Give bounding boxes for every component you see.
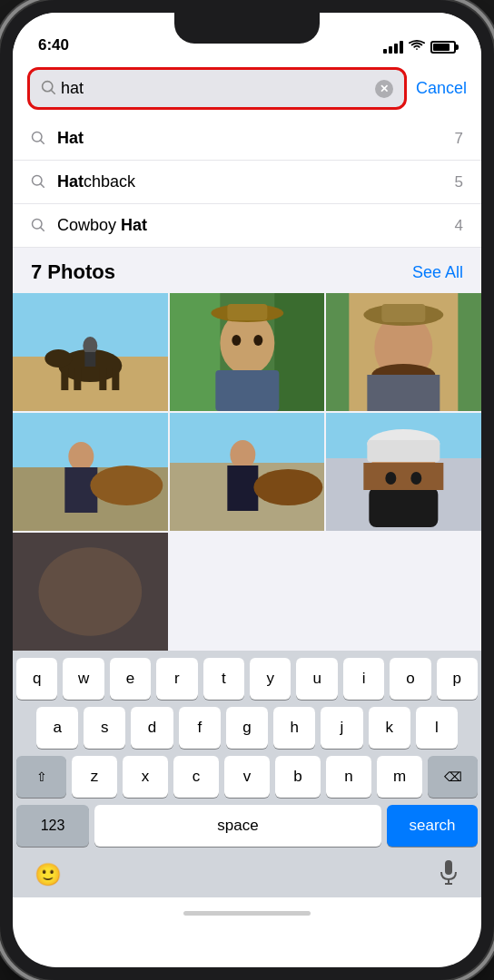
keyboard-row-3: ⇧ z x c v b n m ⌫ [16,756,478,798]
key-m[interactable]: m [377,756,422,798]
photo-cell-3[interactable] [326,293,481,411]
svg-point-36 [68,442,94,471]
photo-7-svg [13,533,168,651]
search-input-wrapper[interactable]: hat ✕ [27,67,407,110]
svg-rect-17 [84,352,95,367]
photos-header: 7 Photos See All [13,248,481,293]
svg-rect-42 [227,466,258,511]
svg-point-24 [232,335,241,346]
key-c[interactable]: c [173,756,219,798]
key-d[interactable]: d [131,707,173,749]
key-a[interactable]: a [36,707,78,749]
photo-5-svg [170,413,325,531]
key-p[interactable]: p [437,658,478,700]
key-search[interactable]: search [387,805,478,847]
key-k[interactable]: k [369,707,410,749]
search-input[interactable]: hat [61,79,375,98]
key-x[interactable]: x [123,756,168,798]
microphone-key[interactable] [438,859,459,890]
key-g[interactable]: g [226,707,268,749]
svg-point-32 [372,364,436,386]
svg-point-52 [411,472,422,485]
suggestion-search-icon-3 [31,218,44,234]
suggestion-hat[interactable]: Hat 7 [13,117,481,161]
photo-6-svg [326,413,481,531]
suggestion-search-icon-2 [31,174,44,191]
photo-cell-4[interactable] [13,413,168,531]
svg-point-21 [220,311,274,375]
key-y[interactable]: y [250,658,291,700]
battery-icon [430,41,456,54]
key-v[interactable]: v [224,756,270,798]
svg-rect-27 [326,293,481,411]
svg-rect-20 [274,293,324,411]
svg-point-43 [253,469,322,505]
photo-4-svg [13,413,168,531]
photo-cell-2[interactable] [170,293,325,411]
key-h[interactable]: h [273,707,315,749]
emoji-key[interactable]: 🙂 [35,862,62,887]
keyboard-extras: 🙂 [16,854,478,894]
svg-rect-50 [364,463,444,490]
clear-button[interactable]: ✕ [375,80,393,98]
suggestion-cowboy-hat-text: Cowboy Hat [57,216,455,235]
photo-2-svg [170,293,325,411]
photo-cell-5[interactable] [170,413,325,531]
svg-rect-28 [350,293,459,411]
photo-cell-7[interactable] [13,533,168,651]
photos-section: 7 Photos See All [13,248,481,651]
key-u[interactable]: u [296,658,337,700]
status-time: 6:40 [38,36,69,54]
svg-point-41 [230,440,255,469]
suggestions-list: Hat 7 Hatchback 5 [13,117,481,248]
photo-cell-6[interactable] [326,413,481,531]
suggestion-cowboy-hat[interactable]: Cowboy Hat 4 [13,204,481,248]
search-icon [41,80,55,98]
svg-line-1 [51,90,54,93]
keyboard: q w e r t y u i o p a s d f g h j k [13,651,481,897]
svg-line-5 [41,183,44,187]
svg-point-47 [368,429,440,458]
key-numbers[interactable]: 123 [16,805,89,847]
key-t[interactable]: t [203,658,244,700]
key-w[interactable]: w [63,658,104,700]
svg-rect-9 [13,357,168,411]
svg-rect-37 [64,467,97,513]
svg-point-25 [253,335,262,346]
key-q[interactable]: q [16,658,57,700]
svg-rect-45 [326,458,481,531]
see-all-button[interactable]: See All [412,263,463,282]
key-l[interactable]: l [416,707,458,749]
cancel-button[interactable]: Cancel [416,79,467,98]
key-j[interactable]: j [321,707,362,749]
svg-point-15 [44,349,72,368]
key-i[interactable]: i [343,658,384,700]
svg-rect-35 [13,467,168,531]
search-bar-container: hat ✕ Cancel [13,60,481,117]
suggestion-hat-count: 7 [455,130,463,148]
key-r[interactable]: r [156,658,197,700]
key-e[interactable]: e [110,658,151,700]
svg-rect-19 [170,293,220,411]
key-z[interactable]: z [72,756,117,798]
photo-cell-1[interactable] [13,293,168,411]
svg-rect-39 [170,413,325,463]
key-delete[interactable]: ⌫ [428,756,478,798]
suggestion-hatchback[interactable]: Hatchback 5 [13,161,481,204]
svg-point-29 [375,313,433,382]
key-n[interactable]: n [326,756,371,798]
key-f[interactable]: f [179,707,221,749]
svg-point-51 [386,472,397,485]
svg-point-46 [370,438,439,518]
key-shift[interactable]: ⇧ [16,756,66,798]
key-b[interactable]: b [275,756,321,798]
svg-line-7 [41,227,44,230]
svg-rect-55 [445,860,452,875]
svg-line-3 [41,140,44,143]
key-s[interactable]: s [84,707,125,749]
key-space[interactable]: space [94,805,381,847]
photos-title: 7 Photos [31,260,115,284]
svg-point-54 [38,547,142,636]
key-o[interactable]: o [390,658,430,700]
photo-grid [13,293,481,651]
